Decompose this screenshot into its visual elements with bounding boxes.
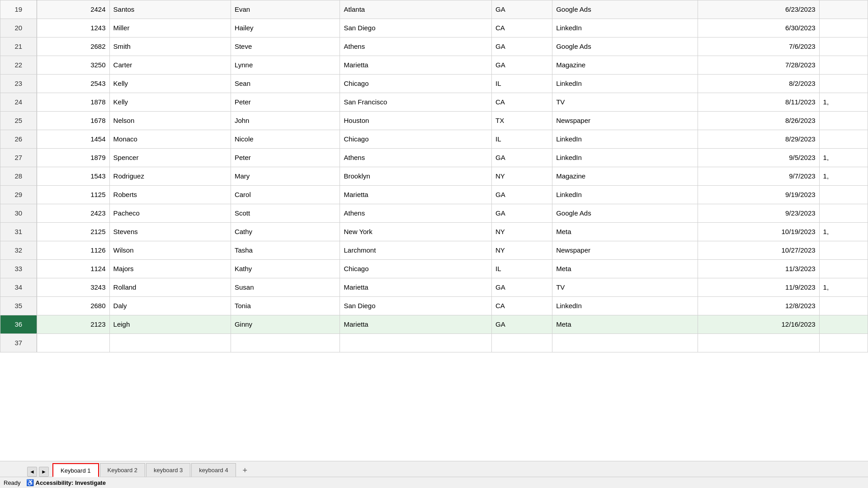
cell-date[interactable]: 6/30/2023 — [698, 19, 819, 38]
cell-last[interactable] — [109, 334, 231, 352]
cell-extra[interactable]: 1, — [819, 93, 868, 112]
cell-first[interactable]: Tonia — [231, 297, 340, 315]
cell-last[interactable]: Majors — [109, 260, 231, 278]
cell-state[interactable]: IL — [491, 260, 552, 278]
cell-first[interactable]: Nicole — [231, 130, 340, 149]
cell-date[interactable]: 9/19/2023 — [698, 186, 819, 204]
cell-city[interactable]: San Francisco — [340, 93, 491, 112]
cell-state[interactable]: IL — [491, 130, 552, 149]
cell-date[interactable]: 9/7/2023 — [698, 167, 819, 186]
cell-first[interactable]: Scott — [231, 204, 340, 223]
cell-first[interactable]: Peter — [231, 149, 340, 167]
cell-city[interactable]: Larchmont — [340, 241, 491, 260]
cell-id[interactable]: 1678 — [37, 112, 109, 130]
cell-state[interactable]: GA — [491, 204, 552, 223]
cell-id[interactable]: 1543 — [37, 167, 109, 186]
cell-last[interactable]: Leigh — [109, 315, 231, 334]
cell-city[interactable]: Chicago — [340, 130, 491, 149]
cell-city[interactable]: San Diego — [340, 297, 491, 315]
cell-city[interactable]: Athens — [340, 149, 491, 167]
cell-id[interactable]: 2680 — [37, 297, 109, 315]
cell-city[interactable]: Brooklyn — [340, 167, 491, 186]
cell-last[interactable]: Santos — [109, 0, 231, 19]
cell-extra[interactable] — [819, 297, 868, 315]
cell-id[interactable]: 1878 — [37, 93, 109, 112]
cell-extra[interactable] — [819, 315, 868, 334]
cell-date[interactable]: 7/28/2023 — [698, 56, 819, 75]
cell-state[interactable] — [491, 334, 552, 352]
cell-city[interactable]: Athens — [340, 38, 491, 56]
cell-first[interactable] — [231, 334, 340, 352]
cell-last[interactable]: Nelson — [109, 112, 231, 130]
cell-id[interactable]: 1879 — [37, 149, 109, 167]
cell-id[interactable] — [37, 334, 109, 352]
cell-last[interactable]: Daly — [109, 297, 231, 315]
cell-extra[interactable] — [819, 56, 868, 75]
cell-date[interactable]: 8/2/2023 — [698, 75, 819, 93]
cell-state[interactable]: IL — [491, 75, 552, 93]
cell-extra[interactable]: 1, — [819, 167, 868, 186]
cell-source[interactable]: LinkedIn — [552, 297, 698, 315]
cell-id[interactable]: 3243 — [37, 278, 109, 297]
cell-city[interactable]: Marietta — [340, 56, 491, 75]
cell-extra[interactable] — [819, 130, 868, 149]
cell-first[interactable]: Kathy — [231, 260, 340, 278]
cell-source[interactable] — [552, 334, 698, 352]
cell-city[interactable]: Marietta — [340, 186, 491, 204]
cell-first[interactable]: Hailey — [231, 19, 340, 38]
cell-id[interactable]: 3250 — [37, 56, 109, 75]
cell-last[interactable]: Spencer — [109, 149, 231, 167]
cell-extra[interactable] — [819, 75, 868, 93]
cell-source[interactable]: LinkedIn — [552, 75, 698, 93]
cell-date[interactable]: 12/8/2023 — [698, 297, 819, 315]
cell-extra[interactable]: 1, — [819, 149, 868, 167]
cell-last[interactable]: Carter — [109, 56, 231, 75]
cell-first[interactable]: Steve — [231, 38, 340, 56]
cell-city[interactable]: Houston — [340, 112, 491, 130]
cell-date[interactable]: 10/19/2023 — [698, 223, 819, 241]
cell-first[interactable]: Carol — [231, 186, 340, 204]
cell-source[interactable]: LinkedIn — [552, 186, 698, 204]
cell-first[interactable]: Cathy — [231, 223, 340, 241]
cell-source[interactable]: Google Ads — [552, 204, 698, 223]
cell-extra[interactable] — [819, 0, 868, 19]
cell-source[interactable]: Newspaper — [552, 241, 698, 260]
cell-source[interactable]: LinkedIn — [552, 130, 698, 149]
tab-prev-button[interactable]: ◄ — [27, 467, 37, 477]
cell-last[interactable]: Stevens — [109, 223, 231, 241]
cell-source[interactable]: Google Ads — [552, 38, 698, 56]
cell-first[interactable]: Lynne — [231, 56, 340, 75]
cell-state[interactable]: GA — [491, 315, 552, 334]
cell-id[interactable]: 2123 — [37, 315, 109, 334]
cell-state[interactable]: GA — [491, 149, 552, 167]
cell-state[interactable]: CA — [491, 19, 552, 38]
cell-id[interactable]: 1454 — [37, 130, 109, 149]
cell-last[interactable]: Kelly — [109, 93, 231, 112]
cell-extra[interactable] — [819, 204, 868, 223]
cell-city[interactable]: Chicago — [340, 75, 491, 93]
cell-id[interactable]: 2423 — [37, 204, 109, 223]
cell-first[interactable]: Mary — [231, 167, 340, 186]
cell-state[interactable]: NY — [491, 223, 552, 241]
cell-date[interactable]: 7/6/2023 — [698, 38, 819, 56]
cell-last[interactable]: Wilson — [109, 241, 231, 260]
cell-extra[interactable] — [819, 260, 868, 278]
cell-first[interactable]: Evan — [231, 0, 340, 19]
cell-city[interactable]: San Diego — [340, 19, 491, 38]
cell-source[interactable]: LinkedIn — [552, 19, 698, 38]
cell-date[interactable]: 8/11/2023 — [698, 93, 819, 112]
tab-next-button[interactable]: ► — [39, 467, 49, 477]
cell-date[interactable]: 12/16/2023 — [698, 315, 819, 334]
cell-id[interactable]: 2682 — [37, 38, 109, 56]
cell-state[interactable]: GA — [491, 186, 552, 204]
cell-source[interactable]: Magazine — [552, 56, 698, 75]
cell-date[interactable]: 8/29/2023 — [698, 130, 819, 149]
sheet-tab-0[interactable]: Keyboard 1 — [52, 463, 99, 477]
cell-city[interactable]: Marietta — [340, 315, 491, 334]
cell-source[interactable]: Meta — [552, 223, 698, 241]
cell-source[interactable]: LinkedIn — [552, 149, 698, 167]
cell-extra[interactable] — [819, 241, 868, 260]
cell-source[interactable]: Meta — [552, 260, 698, 278]
cell-first[interactable]: Susan — [231, 278, 340, 297]
cell-state[interactable]: CA — [491, 297, 552, 315]
